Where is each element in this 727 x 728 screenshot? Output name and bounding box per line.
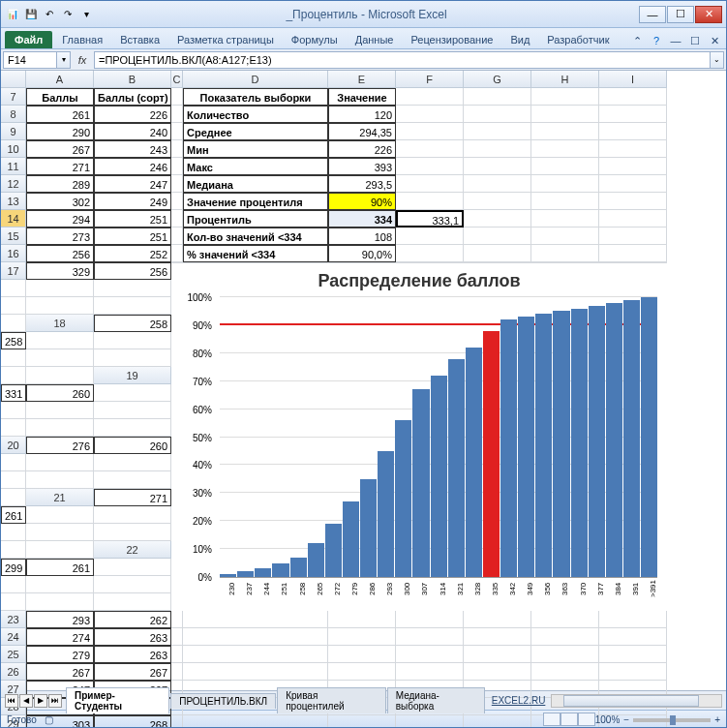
- sheet-nav-last[interactable]: ⏭: [48, 694, 62, 708]
- col-header-I[interactable]: I: [599, 71, 667, 88]
- tab-data[interactable]: Данные: [348, 31, 402, 48]
- cell-F8[interactable]: [396, 106, 464, 123]
- cell-F18[interactable]: [26, 349, 94, 367]
- cell-C8[interactable]: [171, 106, 183, 123]
- cell-G13[interactable]: [464, 193, 531, 210]
- cell-I17[interactable]: [1, 315, 26, 332]
- cell-I16[interactable]: [599, 245, 667, 262]
- macro-record-icon[interactable]: ▢: [45, 714, 53, 725]
- row-header-19[interactable]: 19: [94, 367, 171, 384]
- cell-G21[interactable]: [94, 524, 171, 541]
- cell-H11[interactable]: [531, 158, 599, 175]
- sheet-tab-2[interactable]: Кривая процентилей: [277, 687, 386, 713]
- cell-F14[interactable]: 333,1: [396, 210, 464, 228]
- cell-I26[interactable]: [599, 663, 667, 681]
- cell-A15[interactable]: 273: [26, 228, 94, 245]
- cell-F23[interactable]: [396, 611, 464, 628]
- tab-home[interactable]: Главная: [54, 31, 110, 48]
- select-all-corner[interactable]: [1, 71, 26, 88]
- cell-H16[interactable]: [531, 245, 599, 262]
- col-header-C[interactable]: C: [171, 71, 183, 88]
- cell-I23[interactable]: [599, 611, 667, 628]
- cell-E9[interactable]: 294,35: [328, 123, 396, 140]
- cell-B10[interactable]: 243: [94, 140, 171, 158]
- cell-D9[interactable]: Среднее: [183, 123, 328, 140]
- row-header-15[interactable]: 15: [1, 228, 26, 245]
- cell-H24[interactable]: [531, 628, 599, 646]
- zoom-in-icon[interactable]: +: [714, 714, 720, 725]
- cell-I19[interactable]: [94, 419, 171, 437]
- cell-H12[interactable]: [531, 175, 599, 193]
- col-header-G[interactable]: G: [464, 71, 531, 88]
- cell-H15[interactable]: [531, 228, 599, 245]
- cell-C12[interactable]: [171, 175, 183, 193]
- row-header-8[interactable]: 8: [1, 106, 26, 123]
- wb-close-icon[interactable]: ✕: [707, 33, 722, 48]
- cell-F13[interactable]: [396, 193, 464, 210]
- cell-E29[interactable]: [328, 715, 396, 728]
- cell-C25[interactable]: [171, 646, 183, 663]
- cell-D17[interactable]: [26, 280, 94, 297]
- cell-E10[interactable]: 226: [328, 140, 396, 158]
- cell-F9[interactable]: [396, 123, 464, 140]
- sheet-nav-prev[interactable]: ◀: [19, 694, 33, 708]
- col-header-A[interactable]: A: [26, 71, 94, 88]
- cell-H23[interactable]: [531, 611, 599, 628]
- cell-C23[interactable]: [171, 611, 183, 628]
- cell-E26[interactable]: [328, 663, 396, 681]
- cell-A16[interactable]: 256: [26, 245, 94, 262]
- cell-D29[interactable]: [183, 715, 328, 728]
- cell-D15[interactable]: Кол-во значений <334: [183, 228, 328, 245]
- cell-G8[interactable]: [464, 106, 531, 123]
- cell-H22[interactable]: [26, 593, 94, 611]
- cell-D25[interactable]: [183, 646, 328, 663]
- name-box[interactable]: F14: [3, 51, 57, 69]
- cell-C10[interactable]: [171, 140, 183, 158]
- redo-icon[interactable]: ↷: [60, 7, 76, 22]
- cell-C16[interactable]: [171, 245, 183, 262]
- cell-F17[interactable]: [1, 297, 26, 315]
- cell-A22[interactable]: 299: [1, 559, 26, 576]
- cell-C18[interactable]: [26, 332, 94, 349]
- row-header-16[interactable]: 16: [1, 245, 26, 262]
- cell-B25[interactable]: 263: [94, 646, 171, 663]
- cell-B22[interactable]: 261: [26, 559, 94, 576]
- save-icon[interactable]: 💾: [23, 7, 39, 22]
- zoom-slider[interactable]: [633, 718, 711, 722]
- tab-insert[interactable]: Вставка: [112, 31, 167, 48]
- cell-D24[interactable]: [183, 628, 328, 646]
- cell-G12[interactable]: [464, 175, 531, 193]
- cell-H7[interactable]: [531, 88, 599, 106]
- cell-E23[interactable]: [328, 611, 396, 628]
- cell-C15[interactable]: [171, 228, 183, 245]
- cell-B16[interactable]: 252: [94, 245, 171, 262]
- cell-I24[interactable]: [599, 628, 667, 646]
- row-header-26[interactable]: 26: [1, 663, 26, 681]
- cell-I8[interactable]: [599, 106, 667, 123]
- zoom-out-icon[interactable]: −: [623, 714, 629, 725]
- cell-G11[interactable]: [464, 158, 531, 175]
- cell-D18[interactable]: [94, 332, 171, 349]
- cell-B9[interactable]: 240: [94, 123, 171, 140]
- cell-D7[interactable]: Показатель выборки: [183, 88, 328, 106]
- cell-D16[interactable]: % значений <334: [183, 245, 328, 262]
- cell-E12[interactable]: 293,5: [328, 175, 396, 193]
- cell-A21[interactable]: 271: [94, 489, 171, 506]
- row-header-14[interactable]: 14: [1, 210, 26, 228]
- cell-I21[interactable]: [26, 541, 94, 559]
- cell-E15[interactable]: 108: [328, 228, 396, 245]
- cell-I7[interactable]: [599, 88, 667, 106]
- col-header-H[interactable]: H: [531, 71, 599, 88]
- cell-E7[interactable]: Значение: [328, 88, 396, 106]
- horizontal-scrollbar[interactable]: [551, 694, 722, 708]
- cell-C22[interactable]: [94, 559, 171, 576]
- col-header-E[interactable]: E: [328, 71, 396, 88]
- cell-B20[interactable]: 260: [94, 437, 171, 454]
- cell-C21[interactable]: [26, 506, 94, 524]
- sheet-tab-3[interactable]: Медиана-выборка: [387, 687, 485, 713]
- sheet-tab-1[interactable]: ПРОЦЕНТИЛЬ.ВКЛ: [170, 693, 276, 709]
- row-header-10[interactable]: 10: [1, 140, 26, 158]
- close-button[interactable]: ✕: [695, 6, 722, 23]
- cell-D22[interactable]: [1, 576, 26, 593]
- cell-B13[interactable]: 249: [94, 193, 171, 210]
